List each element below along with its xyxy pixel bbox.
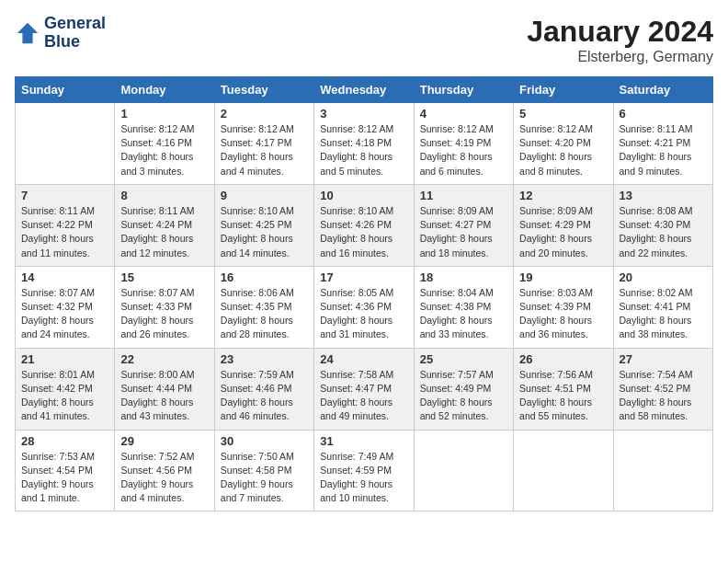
calendar-cell: 14Sunrise: 8:07 AMSunset: 4:32 PMDayligh…: [16, 266, 115, 348]
calendar-cell: 11Sunrise: 8:09 AMSunset: 4:27 PMDayligh…: [414, 184, 513, 266]
day-info: Sunrise: 8:12 AMSunset: 4:16 PMDaylight:…: [120, 122, 208, 178]
day-number: 24: [320, 352, 407, 366]
day-number: 23: [221, 352, 308, 366]
day-info: Sunrise: 8:02 AMSunset: 4:41 PMDaylight:…: [620, 286, 707, 342]
day-info: Sunrise: 8:07 AMSunset: 4:33 PMDaylight:…: [120, 286, 208, 342]
calendar-cell: 17Sunrise: 8:05 AMSunset: 4:36 PMDayligh…: [314, 266, 414, 348]
svg-marker-0: [17, 23, 38, 43]
day-info: Sunrise: 8:12 AMSunset: 4:20 PMDaylight:…: [519, 122, 607, 178]
calendar-cell: [514, 430, 613, 511]
day-info: Sunrise: 8:09 AMSunset: 4:27 PMDaylight:…: [420, 204, 507, 260]
day-info: Sunrise: 7:49 AMSunset: 4:59 PMDaylight:…: [320, 450, 407, 506]
day-number: 25: [420, 352, 507, 366]
calendar-cell: 7Sunrise: 8:11 AMSunset: 4:22 PMDaylight…: [16, 184, 115, 266]
calendar-cell: 12Sunrise: 8:09 AMSunset: 4:29 PMDayligh…: [514, 184, 613, 266]
page-title: January 2024: [527, 15, 713, 49]
day-number: 21: [21, 352, 108, 366]
calendar-cell: 31Sunrise: 7:49 AMSunset: 4:59 PMDayligh…: [314, 430, 414, 511]
calendar-cell: [414, 430, 513, 511]
calendar-cell: 8Sunrise: 8:11 AMSunset: 4:24 PMDaylight…: [115, 184, 214, 266]
calendar-cell: 22Sunrise: 8:00 AMSunset: 4:44 PMDayligh…: [115, 348, 214, 430]
day-info: Sunrise: 8:08 AMSunset: 4:30 PMDaylight:…: [620, 204, 707, 260]
weekday-header-tuesday: Tuesday: [214, 77, 313, 103]
day-number: 2: [221, 107, 308, 121]
weekday-header-wednesday: Wednesday: [314, 77, 414, 103]
day-number: 20: [620, 270, 707, 284]
logo-icon: [15, 20, 40, 46]
day-number: 3: [320, 107, 407, 121]
day-number: 30: [221, 434, 308, 448]
day-info: Sunrise: 8:05 AMSunset: 4:36 PMDaylight:…: [320, 286, 407, 342]
day-info: Sunrise: 7:59 AMSunset: 4:46 PMDaylight:…: [221, 368, 308, 424]
calendar-body: 1Sunrise: 8:12 AMSunset: 4:16 PMDaylight…: [16, 103, 713, 511]
day-number: 11: [420, 189, 507, 202]
day-number: 8: [120, 189, 208, 202]
calendar-cell: 3Sunrise: 8:12 AMSunset: 4:18 PMDaylight…: [314, 103, 414, 185]
weekday-header-thursday: Thursday: [414, 77, 513, 103]
calendar-row-3: 14Sunrise: 8:07 AMSunset: 4:32 PMDayligh…: [16, 266, 713, 348]
calendar-row-5: 28Sunrise: 7:53 AMSunset: 4:54 PMDayligh…: [16, 430, 713, 511]
day-info: Sunrise: 7:53 AMSunset: 4:54 PMDaylight:…: [21, 450, 108, 506]
day-number: 4: [420, 107, 507, 121]
day-info: Sunrise: 8:12 AMSunset: 4:18 PMDaylight:…: [320, 122, 407, 178]
day-info: Sunrise: 8:12 AMSunset: 4:19 PMDaylight:…: [420, 122, 507, 178]
day-info: Sunrise: 7:50 AMSunset: 4:58 PMDaylight:…: [221, 450, 308, 506]
day-info: Sunrise: 7:52 AMSunset: 4:56 PMDaylight:…: [120, 450, 208, 506]
day-number: 27: [620, 352, 707, 366]
day-info: Sunrise: 8:10 AMSunset: 4:26 PMDaylight:…: [320, 204, 407, 260]
day-info: Sunrise: 8:07 AMSunset: 4:32 PMDaylight:…: [21, 286, 108, 342]
weekday-header-friday: Friday: [514, 77, 613, 103]
day-number: 12: [519, 189, 607, 202]
day-number: 28: [21, 434, 108, 448]
page-header: General Blue January 2024 Elsterberg, Ge…: [15, 15, 713, 65]
logo: General Blue: [15, 15, 106, 52]
calendar-cell: 20Sunrise: 8:02 AMSunset: 4:41 PMDayligh…: [613, 266, 712, 348]
day-info: Sunrise: 8:11 AMSunset: 4:22 PMDaylight:…: [21, 204, 108, 260]
weekday-header-sunday: Sunday: [16, 77, 115, 103]
day-number: 16: [221, 270, 308, 284]
day-number: 9: [221, 189, 308, 202]
calendar-cell: 23Sunrise: 7:59 AMSunset: 4:46 PMDayligh…: [214, 348, 313, 430]
logo-text: General Blue: [44, 15, 106, 52]
calendar-cell: 24Sunrise: 7:58 AMSunset: 4:47 PMDayligh…: [314, 348, 414, 430]
calendar-cell: 9Sunrise: 8:10 AMSunset: 4:25 PMDaylight…: [214, 184, 313, 266]
calendar-cell: 21Sunrise: 8:01 AMSunset: 4:42 PMDayligh…: [16, 348, 115, 430]
day-info: Sunrise: 7:58 AMSunset: 4:47 PMDaylight:…: [320, 368, 407, 424]
title-block: January 2024 Elsterberg, Germany: [527, 15, 713, 65]
day-info: Sunrise: 8:06 AMSunset: 4:35 PMDaylight:…: [221, 286, 308, 342]
day-number: 6: [620, 107, 707, 121]
day-number: 31: [320, 434, 407, 448]
calendar-cell: 25Sunrise: 7:57 AMSunset: 4:49 PMDayligh…: [414, 348, 513, 430]
calendar-row-1: 1Sunrise: 8:12 AMSunset: 4:16 PMDaylight…: [16, 103, 713, 185]
calendar-cell: 10Sunrise: 8:10 AMSunset: 4:26 PMDayligh…: [314, 184, 414, 266]
day-number: 1: [120, 107, 208, 121]
day-number: 26: [519, 352, 607, 366]
day-info: Sunrise: 8:09 AMSunset: 4:29 PMDaylight:…: [519, 204, 607, 260]
day-info: Sunrise: 8:11 AMSunset: 4:24 PMDaylight:…: [120, 204, 208, 260]
calendar-cell: 19Sunrise: 8:03 AMSunset: 4:39 PMDayligh…: [514, 266, 613, 348]
day-info: Sunrise: 8:00 AMSunset: 4:44 PMDaylight:…: [120, 368, 208, 424]
day-info: Sunrise: 8:12 AMSunset: 4:17 PMDaylight:…: [221, 122, 308, 178]
day-number: 17: [320, 270, 407, 284]
day-info: Sunrise: 8:11 AMSunset: 4:21 PMDaylight:…: [620, 122, 707, 178]
day-info: Sunrise: 8:01 AMSunset: 4:42 PMDaylight:…: [21, 368, 108, 424]
weekday-header-saturday: Saturday: [613, 77, 712, 103]
calendar-cell: 1Sunrise: 8:12 AMSunset: 4:16 PMDaylight…: [115, 103, 214, 185]
day-number: 19: [519, 270, 607, 284]
calendar-cell: 6Sunrise: 8:11 AMSunset: 4:21 PMDaylight…: [613, 103, 712, 185]
calendar-table: SundayMondayTuesdayWednesdayThursdayFrid…: [15, 76, 713, 511]
calendar-cell: 28Sunrise: 7:53 AMSunset: 4:54 PMDayligh…: [16, 430, 115, 511]
calendar-header-row: SundayMondayTuesdayWednesdayThursdayFrid…: [16, 77, 713, 103]
page-subtitle: Elsterberg, Germany: [527, 49, 713, 65]
day-number: 14: [21, 270, 108, 284]
day-info: Sunrise: 8:03 AMSunset: 4:39 PMDaylight:…: [519, 286, 607, 342]
calendar-cell: 5Sunrise: 8:12 AMSunset: 4:20 PMDaylight…: [514, 103, 613, 185]
day-info: Sunrise: 7:57 AMSunset: 4:49 PMDaylight:…: [420, 368, 507, 424]
day-number: 22: [120, 352, 208, 366]
calendar-row-4: 21Sunrise: 8:01 AMSunset: 4:42 PMDayligh…: [16, 348, 713, 430]
calendar-row-2: 7Sunrise: 8:11 AMSunset: 4:22 PMDaylight…: [16, 184, 713, 266]
weekday-header-monday: Monday: [115, 77, 214, 103]
calendar-cell: 15Sunrise: 8:07 AMSunset: 4:33 PMDayligh…: [115, 266, 214, 348]
calendar-cell: 4Sunrise: 8:12 AMSunset: 4:19 PMDaylight…: [414, 103, 513, 185]
day-number: 5: [519, 107, 607, 121]
